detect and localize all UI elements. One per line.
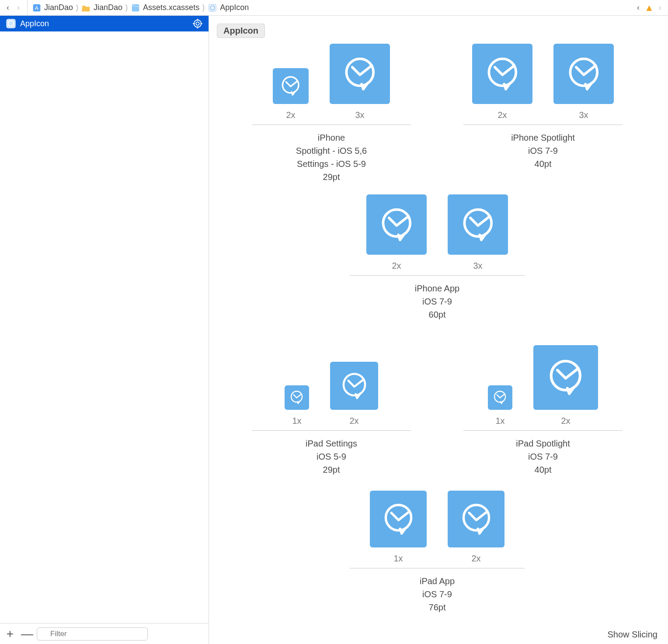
icon-group-row: 1x2xiPad AppiOS 7-976pt (234, 489, 640, 614)
appicon-image (366, 194, 427, 255)
icon-slot[interactable]: 1x (488, 385, 512, 426)
assets-icon (131, 3, 140, 13)
show-slicing-button[interactable]: Show Slicing (607, 630, 658, 640)
breadcrumb-item[interactable]: JianDao (80, 3, 124, 13)
breadcrumb-bar: ‹ › AJianDao⟩JianDao⟩Assets.xcassets⟩App… (0, 0, 668, 16)
scale-label: 1x (495, 416, 504, 426)
sidebar-footer: + — (0, 623, 209, 644)
group-description: iPhoneSpotlight - iOS 5,6Settings - iOS … (234, 131, 428, 184)
appicon-editor: AppIcon 2x3xiPhoneSpotlight - iOS 5,6Set… (209, 16, 668, 644)
add-asset-button[interactable]: + (5, 628, 15, 640)
svg-rect-2 (132, 4, 139, 11)
svg-point-18 (570, 59, 597, 86)
breadcrumb-separator: ⟩ (75, 3, 80, 13)
appicon-image (370, 491, 427, 547)
appicon-image (472, 44, 532, 104)
breadcrumb-label: JianDao (44, 3, 73, 12)
icon-group-row: 2x3xiPhoneSpotlight - iOS 5,6Settings - … (234, 46, 640, 184)
icon-slot[interactable]: 2x (273, 68, 309, 120)
icon-slot[interactable]: 1x (370, 491, 427, 564)
group-description: iPad AppiOS 7-976pt (332, 575, 542, 614)
group-divider (463, 125, 623, 125)
svg-point-16 (346, 59, 373, 86)
nav-right-forward[interactable]: › (655, 3, 665, 12)
icon-slot[interactable]: 2x (533, 345, 598, 426)
group-description: iPhone AppiOS 7-960pt (332, 282, 542, 321)
breadcrumb-label: AppIcon (220, 3, 249, 12)
group-description: iPad SpotlightiOS 7-940pt (446, 437, 640, 476)
sidebar-item-appicon[interactable]: AppIcon (0, 16, 209, 31)
breadcrumb-item[interactable]: Assets.xcassets (129, 3, 201, 13)
appicon-image (553, 44, 614, 104)
icon-slots: 1x2x (234, 334, 428, 426)
main-split: AppIcon + — AppIcon 2x3xiPhoneSpotlight … (0, 16, 668, 644)
svg-point-19 (383, 209, 410, 236)
icon-slots: 2x3x (332, 197, 542, 271)
svg-point-23 (494, 391, 505, 402)
filter-input[interactable] (37, 627, 148, 641)
svg-point-24 (551, 361, 580, 390)
asset-list: AppIcon (0, 16, 209, 623)
icon-slot[interactable]: 3x (448, 194, 508, 271)
appicon-icon (208, 3, 217, 13)
icon-group: 2x3xiPhoneSpotlight - iOS 5,6Settings - … (234, 46, 428, 184)
icon-group: 2x3xiPhone AppiOS 7-960pt (332, 197, 542, 321)
icon-group-row: 1x2xiPad SettingsiOS 5-929pt1x2xiPad Spo… (234, 334, 640, 476)
breadcrumb-label: Assets.xcassets (143, 3, 199, 12)
appicon-image (448, 194, 508, 255)
icon-slot[interactable]: 2x (448, 491, 504, 564)
group-description: iPhone SpotlightiOS 7-940pt (446, 131, 640, 170)
nav-forward-button[interactable]: › (13, 3, 24, 12)
svg-point-17 (489, 59, 516, 86)
appicon-image (330, 44, 390, 104)
folder-icon (81, 3, 91, 13)
group-divider (350, 568, 525, 568)
scale-label: 2x (561, 416, 570, 426)
sidebar: AppIcon + — (0, 16, 209, 644)
icon-slot[interactable]: 2x (366, 194, 427, 271)
group-divider (350, 275, 525, 276)
scale-label: 2x (471, 554, 480, 564)
breadcrumb-nav: ‹ › (3, 0, 28, 15)
scale-label: 3x (473, 261, 482, 271)
svg-point-22 (343, 374, 365, 395)
icon-group: 2x3xiPhone SpotlightiOS 7-940pt (446, 46, 640, 184)
breadcrumb-separator: ⟩ (124, 3, 129, 13)
icon-slots: 1x2x (446, 334, 640, 426)
scale-label: 1x (292, 416, 301, 426)
appicon-icon (6, 19, 16, 28)
icon-slot[interactable]: 2x (472, 44, 532, 120)
icon-group-row: 2x3xiPhone AppiOS 7-960pt (234, 197, 640, 321)
breadcrumb-separator: ⟩ (201, 3, 206, 13)
group-divider (252, 430, 411, 431)
svg-point-20 (464, 209, 491, 236)
nav-right-back[interactable]: ‹ (633, 3, 644, 12)
breadcrumb-item[interactable]: AppIcon (206, 3, 250, 13)
svg-rect-3 (209, 4, 216, 11)
scale-label: 2x (498, 110, 507, 120)
icon-slot[interactable]: 3x (330, 44, 390, 120)
svg-point-7 (194, 20, 202, 28)
set-title[interactable]: AppIcon (217, 24, 265, 38)
target-icon (193, 19, 202, 28)
svg-point-21 (291, 391, 302, 402)
scale-label: 1x (393, 554, 403, 564)
icon-slot[interactable]: 3x (553, 44, 614, 120)
nav-back-button[interactable]: ‹ (3, 3, 13, 12)
icon-group: 1x2xiPad AppiOS 7-976pt (332, 489, 542, 614)
group-divider (252, 125, 411, 125)
appicon-image (285, 385, 309, 410)
breadcrumb-item[interactable]: AJianDao (30, 3, 75, 13)
sidebar-item-label: AppIcon (20, 19, 49, 28)
icon-slots: 2x3x (446, 46, 640, 120)
warning-icon[interactable]: ▲ (644, 3, 654, 13)
remove-asset-button[interactable]: — (21, 628, 31, 640)
scale-label: 3x (355, 110, 364, 120)
icon-slot[interactable]: 2x (330, 362, 378, 426)
svg-point-26 (463, 505, 489, 530)
icon-slot[interactable]: 1x (285, 385, 309, 426)
svg-point-15 (283, 77, 299, 93)
icon-slots: 2x3x (234, 46, 428, 120)
svg-text:A: A (35, 5, 38, 10)
icon-slots: 1x2x (332, 489, 542, 564)
